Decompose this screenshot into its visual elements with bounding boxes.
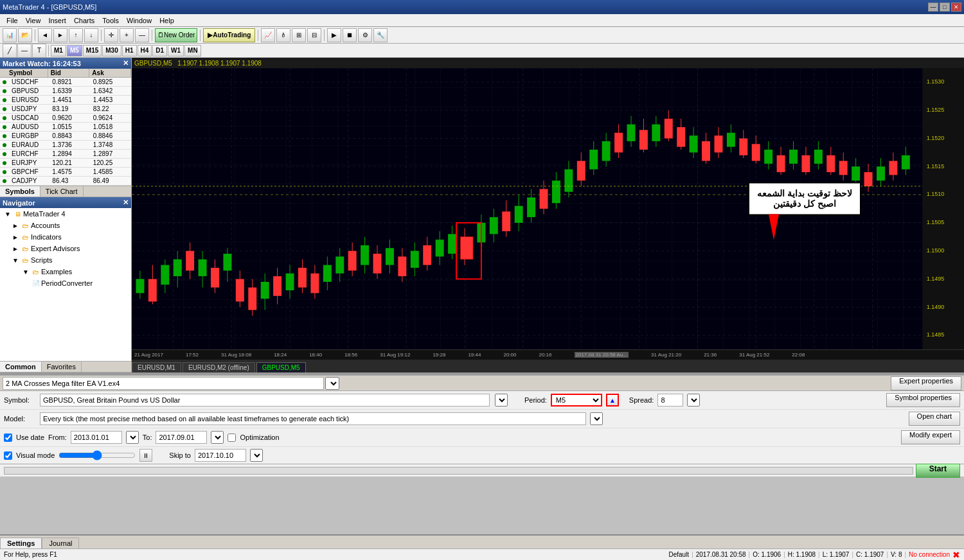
period-d1[interactable]: D1: [152, 45, 167, 57]
mw-row-gbpchf[interactable]: GBPCHF 1.4575 1.4585: [0, 168, 131, 177]
modify-expert-button[interactable]: Modify expert: [901, 430, 960, 444]
nav-item-indicators[interactable]: ► 🗁 Indicators: [0, 231, 131, 243]
menu-file[interactable]: File: [3, 15, 22, 26]
ea-selector[interactable]: 2 MA Crosses Mega filter EA V1.ex4: [3, 377, 324, 390]
menu-tools[interactable]: Tools: [98, 15, 123, 26]
maximize-button[interactable]: □: [940, 3, 950, 12]
zoom-in-button[interactable]: +: [120, 28, 134, 42]
symbol-input[interactable]: GBPUSD, Great Britain Pound vs US Dollar: [40, 394, 490, 407]
nav-item-examples[interactable]: ▼ 🗁 Examples: [0, 266, 131, 277]
mw-row-euraud[interactable]: EURAUD 1.3736 1.3748: [0, 141, 131, 150]
tab-symbols[interactable]: Symbols: [0, 186, 40, 197]
period-select[interactable]: M5: [551, 394, 602, 407]
zoom-out-button[interactable]: —: [135, 28, 149, 42]
to-dropdown[interactable]: [211, 431, 224, 444]
line-tool[interactable]: ╱: [3, 44, 17, 58]
period-w1[interactable]: W1: [168, 45, 184, 57]
tab-tick-chart[interactable]: Tick Chart: [40, 186, 84, 197]
period-m15[interactable]: M15: [83, 45, 102, 57]
tab-journal[interactable]: Journal: [42, 538, 79, 548]
period-stepper-up[interactable]: ▲: [606, 394, 619, 407]
from-dropdown[interactable]: [126, 431, 139, 444]
nav-label-ea: Expert Advisors: [31, 245, 80, 252]
play-button[interactable]: ▶: [327, 28, 341, 42]
mw-row-eurchf[interactable]: EURCHF 1.2894 1.2897: [0, 150, 131, 159]
symbol-dropdown[interactable]: [495, 394, 508, 407]
back-button[interactable]: ◄: [38, 28, 52, 42]
period-m30[interactable]: M30: [102, 45, 121, 57]
svg-rect-54: [310, 274, 319, 293]
ea-dropdown[interactable]: [325, 377, 339, 390]
spread-dropdown[interactable]: [687, 394, 700, 407]
open-button[interactable]: 📂: [18, 28, 32, 42]
to-input[interactable]: [156, 431, 207, 444]
chart-canvas[interactable]: 1.1530 1.1525 1.1520 1.1515 1.1510 1.150…: [132, 68, 964, 349]
mw-row-usdchf[interactable]: USDCHF 0.8921 0.8925: [0, 78, 131, 87]
text-tool[interactable]: T: [32, 44, 46, 58]
tools-button[interactable]: 🔧: [373, 28, 388, 42]
start-button[interactable]: Start: [916, 464, 960, 478]
mw-row-eurusd[interactable]: EURUSD 1.4451 1.4453: [0, 96, 131, 105]
period-h1[interactable]: H1: [122, 45, 137, 57]
expert-properties-button[interactable]: Expert properties: [891, 376, 961, 390]
mw-row-gbpusd[interactable]: GBPUSD 1.6339 1.6342: [0, 87, 131, 96]
nav-item-metatrader4[interactable]: ▼ 🖥 MetaTrader 4: [0, 208, 131, 220]
menu-insert[interactable]: Insert: [44, 15, 70, 26]
chart-tab-eurusd-m1[interactable]: EURUSD,M1: [132, 362, 181, 372]
indicators-button[interactable]: 📈: [261, 28, 275, 42]
open-chart-button[interactable]: Open chart: [909, 412, 960, 426]
mw-row-usdjpy[interactable]: USDJPY 83.19 83.22: [0, 105, 131, 114]
skip-to-dropdown[interactable]: [250, 449, 263, 462]
new-chart-button[interactable]: 📊: [3, 28, 17, 42]
from-input[interactable]: [71, 431, 122, 444]
chart-type-button[interactable]: 🕯: [276, 28, 290, 42]
use-date-checkbox[interactable]: [4, 433, 12, 442]
chart-tab-gbpusd-m5[interactable]: GBPUSD,M5: [256, 362, 306, 372]
optimization-checkbox[interactable]: [228, 433, 236, 442]
tab-settings[interactable]: Settings: [0, 538, 42, 548]
up-button[interactable]: ↑: [69, 28, 83, 42]
mw-row-audusd[interactable]: AUDUSD 1.0515 1.0518: [0, 123, 131, 132]
mw-row-usdcad[interactable]: USDCAD 0.9620 0.9624: [0, 114, 131, 123]
period-m1[interactable]: M1: [51, 45, 66, 57]
tab-common[interactable]: Common: [0, 362, 42, 372]
nav-item-scripts[interactable]: ▼ 🗁 Scripts: [0, 254, 131, 266]
minimize-button[interactable]: —: [928, 3, 938, 12]
volumes-button[interactable]: ⊟: [307, 28, 321, 42]
symbol-properties-button[interactable]: Symbol properties: [886, 393, 960, 407]
close-button[interactable]: ✕: [951, 3, 961, 12]
menu-window[interactable]: Window: [123, 15, 156, 26]
crosshair-button[interactable]: ✛: [104, 28, 118, 42]
period-m5[interactable]: M5: [67, 45, 82, 57]
chart-tab-eurusd-m2[interactable]: EURUSD,M2 (offline): [183, 362, 255, 372]
stop-button[interactable]: ⏹: [343, 28, 357, 42]
new-order-button[interactable]: 🗒 New Order: [155, 28, 197, 42]
visual-mode-checkbox[interactable]: [4, 451, 12, 460]
navigator-close[interactable]: ✕: [123, 198, 129, 207]
settings-button[interactable]: ⚙: [358, 28, 372, 42]
market-watch-close[interactable]: ✕: [123, 59, 129, 67]
nav-item-ea[interactable]: ► 🗁 Expert Advisors: [0, 243, 131, 254]
skip-to-input[interactable]: [195, 449, 246, 462]
period-h4[interactable]: H4: [138, 45, 152, 57]
mw-row-cadjpy[interactable]: CADJPY 86.43 86.49: [0, 177, 131, 186]
spread-input[interactable]: [657, 394, 683, 407]
auto-trading-button[interactable]: ▶ AutoTrading: [203, 28, 255, 42]
hline-tool[interactable]: —: [17, 44, 31, 58]
nav-item-accounts[interactable]: ► 🗁 Accounts: [0, 220, 131, 231]
tab-favorites[interactable]: Favorites: [42, 362, 82, 372]
model-dropdown[interactable]: [590, 412, 603, 425]
period-mn[interactable]: MN: [184, 45, 201, 57]
pause-button[interactable]: ⏸: [139, 449, 152, 462]
menu-charts[interactable]: Charts: [70, 15, 98, 26]
grid-button[interactable]: ⊞: [292, 28, 306, 42]
menu-help[interactable]: Help: [156, 15, 178, 26]
visual-mode-slider[interactable]: [58, 450, 136, 460]
model-input[interactable]: Every tick (the most precise method base…: [40, 412, 586, 425]
forward-button[interactable]: ►: [53, 28, 67, 42]
menu-view[interactable]: View: [22, 15, 45, 26]
mw-row-eurjpy[interactable]: EURJPY 120.21 120.25: [0, 159, 131, 168]
down-button[interactable]: ↓: [84, 28, 98, 42]
nav-item-period-converter[interactable]: 📄 PeriodConverter: [0, 277, 131, 289]
mw-row-eurgbp[interactable]: EURGBP 0.8843 0.8846: [0, 132, 131, 141]
